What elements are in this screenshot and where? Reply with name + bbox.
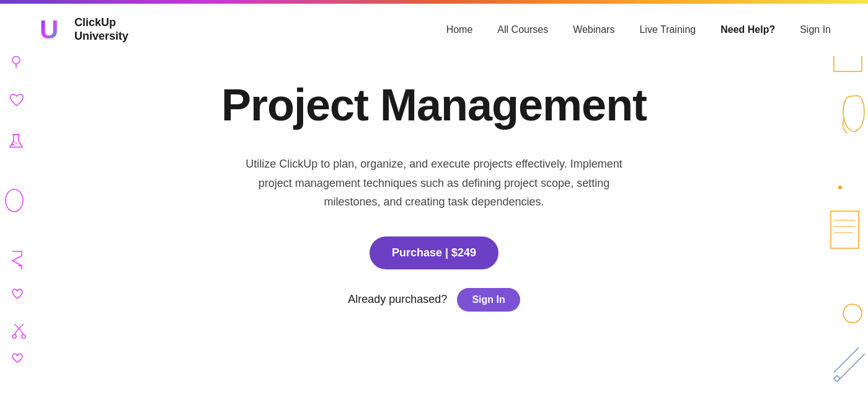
page-title: Project Management <box>221 81 647 130</box>
nav-webinars[interactable]: Webinars <box>573 24 614 35</box>
already-purchased-label: Already purchased? <box>348 293 447 306</box>
svg-line-16 <box>834 348 859 372</box>
purchase-button[interactable]: Purchase | $249 <box>370 236 498 269</box>
svg-point-6 <box>12 335 16 338</box>
header: U ClickUp University Home All Courses We… <box>0 4 868 56</box>
svg-line-17 <box>840 354 865 379</box>
already-purchased-section: Already purchased? Sign In <box>348 288 520 312</box>
logo[interactable]: U ClickUp University <box>37 15 128 45</box>
sign-in-button[interactable]: Sign In <box>457 288 520 312</box>
svg-text:U: U <box>40 15 58 44</box>
nav-need-help[interactable]: Need Help? <box>720 24 775 35</box>
description-text: Utilize ClickUp to plan, organize, and e… <box>236 155 632 212</box>
nav-live-training[interactable]: Live Training <box>639 24 696 35</box>
nav-all-courses[interactable]: All Courses <box>497 24 548 35</box>
nav-sign-in[interactable]: Sign In <box>800 24 831 35</box>
nav: Home All Courses Webinars Live Training … <box>446 24 831 35</box>
logo-text: ClickUp University <box>74 16 128 43</box>
svg-point-7 <box>22 335 25 338</box>
nav-home[interactable]: Home <box>446 24 473 35</box>
logo-icon: U <box>37 15 67 45</box>
main-content: Project Management Utilize ClickUp to pl… <box>0 56 868 330</box>
